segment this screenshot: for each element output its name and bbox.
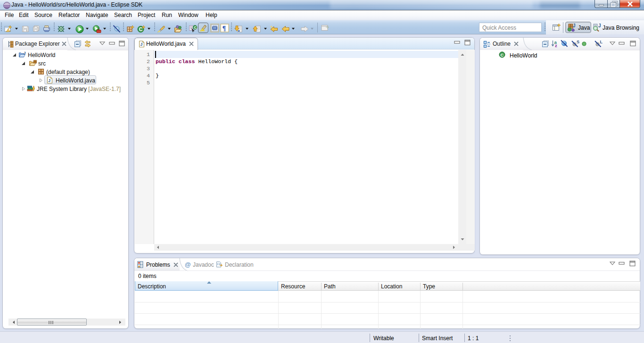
svg-text:J: J (598, 23, 601, 28)
svg-text:L: L (600, 40, 603, 44)
svg-text:S: S (577, 40, 579, 44)
svg-text:J: J (48, 78, 50, 83)
svg-text:J: J (573, 23, 576, 28)
svg-text:¶: ¶ (223, 24, 226, 32)
svg-text:J: J (140, 42, 142, 47)
svg-text:C: C (501, 52, 504, 57)
svg-text:J: J (24, 51, 25, 55)
svg-text:z: z (555, 43, 557, 48)
svg-text:C: C (194, 25, 197, 30)
